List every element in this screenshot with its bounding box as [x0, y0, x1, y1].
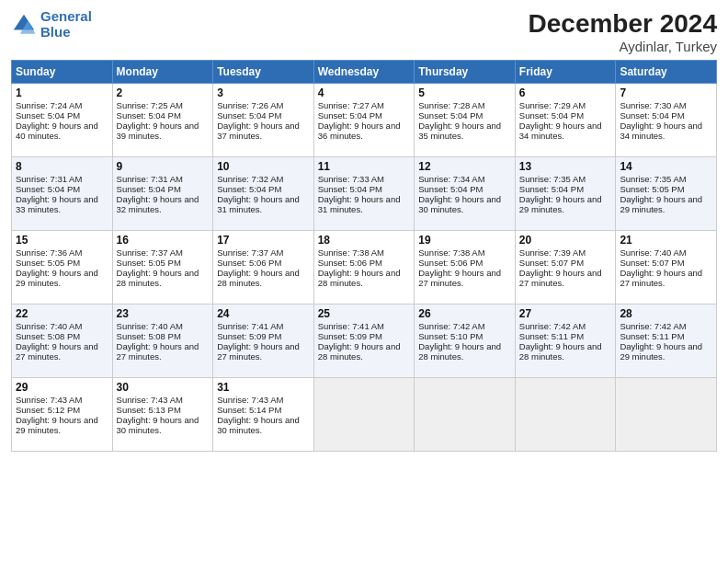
- table-cell: 27 Sunrise: 7:42 AM Sunset: 5:11 PM Dayl…: [515, 304, 616, 378]
- sunset-label: Sunset: 5:14 PM: [217, 405, 281, 415]
- daylight-label: Daylight: 9 hours and 27 minutes.: [117, 341, 199, 362]
- daylight-label: Daylight: 9 hours and 28 minutes.: [519, 341, 602, 362]
- sunset-label: Sunset: 5:06 PM: [217, 258, 281, 268]
- sunset-label: Sunset: 5:05 PM: [117, 258, 181, 268]
- day-number: 12: [418, 160, 511, 173]
- sunrise-label: Sunrise: 7:31 AM: [117, 174, 183, 184]
- logo-text: General Blue: [40, 9, 92, 40]
- sunset-label: Sunset: 5:04 PM: [117, 110, 181, 121]
- table-cell: 13 Sunrise: 7:35 AM Sunset: 5:04 PM Dayl…: [515, 157, 616, 231]
- sunset-label: Sunset: 5:04 PM: [519, 184, 584, 194]
- day-number: 22: [16, 307, 108, 320]
- sunrise-label: Sunrise: 7:33 AM: [318, 174, 384, 184]
- daylight-label: Daylight: 9 hours and 33 minutes.: [16, 194, 98, 214]
- daylight-label: Daylight: 9 hours and 27 minutes.: [217, 341, 300, 362]
- day-number: 21: [620, 234, 712, 247]
- day-number: 6: [519, 86, 612, 99]
- daylight-label: Daylight: 9 hours and 39 minutes.: [117, 121, 199, 141]
- sunset-label: Sunset: 5:09 PM: [318, 331, 382, 341]
- empty-cell: [313, 378, 415, 452]
- table-cell: 9 Sunrise: 7:31 AM Sunset: 5:04 PM Dayli…: [112, 157, 213, 231]
- table-cell: 6 Sunrise: 7:29 AM Sunset: 5:04 PM Dayli…: [515, 84, 616, 157]
- table-cell: 23 Sunrise: 7:40 AM Sunset: 5:08 PM Dayl…: [112, 304, 213, 378]
- day-number: 4: [318, 86, 411, 99]
- sunset-label: Sunset: 5:06 PM: [318, 258, 382, 268]
- table-cell: 15 Sunrise: 7:36 AM Sunset: 5:05 PM Dayl…: [12, 231, 113, 304]
- day-number: 29: [16, 381, 108, 394]
- sunset-label: Sunset: 5:07 PM: [620, 258, 684, 268]
- day-number: 30: [117, 381, 210, 394]
- daylight-label: Daylight: 9 hours and 29 minutes.: [519, 194, 602, 214]
- daylight-label: Daylight: 9 hours and 34 minutes.: [620, 121, 702, 141]
- empty-cell: [515, 378, 616, 452]
- day-number: 31: [217, 381, 310, 394]
- daylight-label: Daylight: 9 hours and 28 minutes.: [318, 268, 401, 288]
- table-cell: 19 Sunrise: 7:38 AM Sunset: 5:06 PM Dayl…: [415, 231, 516, 304]
- table-cell: 31 Sunrise: 7:43 AM Sunset: 5:14 PM Dayl…: [213, 378, 314, 452]
- day-number: 11: [318, 160, 411, 173]
- empty-cell: [415, 378, 516, 452]
- daylight-label: Daylight: 9 hours and 35 minutes.: [418, 121, 501, 141]
- day-number: 10: [217, 160, 310, 173]
- calendar-week-row: 1 Sunrise: 7:24 AM Sunset: 5:04 PM Dayli…: [12, 84, 717, 157]
- col-thursday: Thursday: [415, 61, 516, 84]
- table-cell: 2 Sunrise: 7:25 AM Sunset: 5:04 PM Dayli…: [112, 84, 213, 157]
- daylight-label: Daylight: 9 hours and 27 minutes.: [418, 268, 501, 288]
- sunset-label: Sunset: 5:04 PM: [620, 110, 684, 121]
- day-number: 5: [418, 86, 511, 99]
- sunrise-label: Sunrise: 7:38 AM: [318, 247, 384, 258]
- sunset-label: Sunset: 5:09 PM: [217, 331, 281, 341]
- table-cell: 29 Sunrise: 7:43 AM Sunset: 5:12 PM Dayl…: [12, 378, 113, 452]
- daylight-label: Daylight: 9 hours and 29 minutes.: [620, 194, 702, 214]
- sunset-label: Sunset: 5:04 PM: [418, 110, 483, 121]
- sunset-label: Sunset: 5:04 PM: [318, 184, 382, 194]
- day-number: 26: [418, 307, 511, 320]
- daylight-label: Daylight: 9 hours and 29 minutes.: [620, 341, 702, 362]
- day-number: 24: [217, 307, 310, 320]
- table-cell: 5 Sunrise: 7:28 AM Sunset: 5:04 PM Dayli…: [415, 84, 516, 157]
- sunset-label: Sunset: 5:04 PM: [117, 184, 181, 194]
- sunrise-label: Sunrise: 7:28 AM: [418, 100, 484, 110]
- sunrise-label: Sunrise: 7:43 AM: [16, 395, 82, 405]
- table-cell: 25 Sunrise: 7:41 AM Sunset: 5:09 PM Dayl…: [313, 304, 415, 378]
- sunrise-label: Sunrise: 7:40 AM: [117, 321, 183, 331]
- sunrise-label: Sunrise: 7:37 AM: [117, 247, 183, 258]
- day-number: 1: [16, 86, 108, 99]
- sunset-label: Sunset: 5:10 PM: [418, 331, 483, 341]
- sunset-label: Sunset: 5:04 PM: [318, 110, 382, 121]
- daylight-label: Daylight: 9 hours and 29 minutes.: [16, 415, 98, 435]
- daylight-label: Daylight: 9 hours and 31 minutes.: [318, 194, 401, 214]
- table-cell: 11 Sunrise: 7:33 AM Sunset: 5:04 PM Dayl…: [313, 157, 415, 231]
- calendar-week-row: 22 Sunrise: 7:40 AM Sunset: 5:08 PM Dayl…: [12, 304, 717, 378]
- table-cell: 4 Sunrise: 7:27 AM Sunset: 5:04 PM Dayli…: [313, 84, 415, 157]
- table-cell: 8 Sunrise: 7:31 AM Sunset: 5:04 PM Dayli…: [12, 157, 113, 231]
- calendar-week-row: 8 Sunrise: 7:31 AM Sunset: 5:04 PM Dayli…: [12, 157, 717, 231]
- day-number: 15: [16, 234, 108, 247]
- day-number: 23: [117, 307, 210, 320]
- daylight-label: Daylight: 9 hours and 28 minutes.: [418, 341, 501, 362]
- sunrise-label: Sunrise: 7:43 AM: [117, 395, 183, 405]
- day-number: 14: [620, 160, 712, 173]
- sunrise-label: Sunrise: 7:41 AM: [318, 321, 384, 331]
- daylight-label: Daylight: 9 hours and 34 minutes.: [519, 121, 602, 141]
- calendar-week-row: 15 Sunrise: 7:36 AM Sunset: 5:05 PM Dayl…: [12, 231, 717, 304]
- table-cell: 24 Sunrise: 7:41 AM Sunset: 5:09 PM Dayl…: [213, 304, 314, 378]
- sunset-label: Sunset: 5:13 PM: [117, 405, 181, 415]
- table-cell: 10 Sunrise: 7:32 AM Sunset: 5:04 PM Dayl…: [213, 157, 314, 231]
- day-number: 18: [318, 234, 411, 247]
- sunrise-label: Sunrise: 7:26 AM: [217, 100, 283, 110]
- daylight-label: Daylight: 9 hours and 28 minutes.: [117, 268, 199, 288]
- calendar-table: Sunday Monday Tuesday Wednesday Thursday…: [11, 60, 717, 452]
- sunset-label: Sunset: 5:04 PM: [519, 110, 584, 121]
- table-cell: 7 Sunrise: 7:30 AM Sunset: 5:04 PM Dayli…: [616, 84, 717, 157]
- col-sunday: Sunday: [12, 61, 113, 84]
- day-number: 27: [519, 307, 612, 320]
- daylight-label: Daylight: 9 hours and 36 minutes.: [318, 121, 401, 141]
- page-container: General Blue December 2024 Aydinlar, Tur…: [0, 0, 728, 461]
- daylight-label: Daylight: 9 hours and 27 minutes.: [620, 268, 702, 288]
- sunset-label: Sunset: 5:05 PM: [16, 258, 80, 268]
- sunset-label: Sunset: 5:07 PM: [519, 258, 584, 268]
- daylight-label: Daylight: 9 hours and 30 minutes.: [117, 415, 199, 435]
- daylight-label: Daylight: 9 hours and 30 minutes.: [217, 415, 300, 435]
- sunset-label: Sunset: 5:04 PM: [217, 184, 281, 194]
